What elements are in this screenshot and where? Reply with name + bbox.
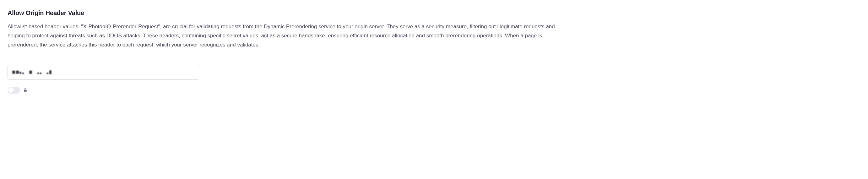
toggle-row [7,87,861,94]
section-title: Allow Origin Header Value [7,9,861,17]
section-description: Allowlist-based header values, "X-Photon… [7,22,560,50]
toggle-knob [8,87,14,93]
lock-icon [23,88,27,92]
obscured-header-value [12,70,53,74]
origin-header-toggle[interactable] [7,87,20,94]
origin-header-value-input[interactable] [7,65,199,80]
